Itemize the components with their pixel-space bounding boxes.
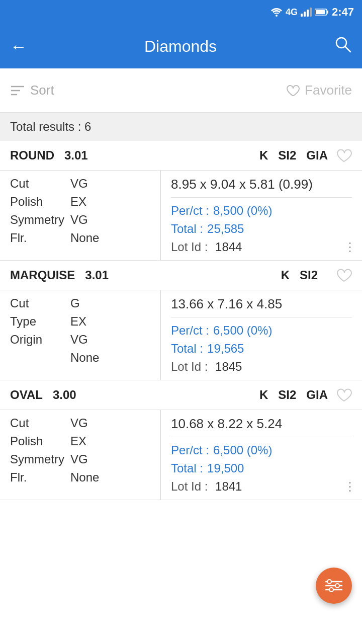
- card-shape-2: OVAL: [10, 388, 43, 402]
- total-value-2: 19,500: [207, 461, 244, 475]
- perct-value-1: 6,500 (0%): [213, 324, 272, 338]
- app-bar: ← Diamonds: [0, 24, 362, 68]
- card-color-2: K: [259, 388, 268, 402]
- card-cert-0: GIA: [306, 148, 328, 163]
- card-right-1: 13.66 x 7.16 x 4.85 Per/ct : 6,500 (0%) …: [161, 290, 362, 380]
- polish-label-2: Polish: [10, 434, 70, 448]
- card-header-2: OVAL 3.00 K SI2 GIA: [0, 380, 362, 410]
- type-value-1: EX: [70, 314, 86, 329]
- status-bar: 4G 2:47: [0, 0, 362, 24]
- heart-icon-1[interactable]: [336, 268, 352, 283]
- perct-label-0: Per/ct :: [171, 204, 209, 218]
- more-button-2[interactable]: ⋮: [344, 479, 356, 494]
- card-left-2: Cut VG Polish EX Symmetry VG Flr. None: [0, 410, 161, 500]
- card-right-2: 10.68 x 8.22 x 5.24 Per/ct : 6,500 (0%) …: [161, 410, 362, 500]
- total-label-2: Total :: [171, 461, 203, 475]
- signal-icon: [301, 8, 312, 17]
- card-clarity-2: SI2: [278, 388, 296, 402]
- heart-icon-0[interactable]: [336, 148, 352, 163]
- toolbar: Sort Favorite: [0, 68, 362, 113]
- cut-label-2: Cut: [10, 416, 70, 430]
- polish-value-2: EX: [70, 434, 86, 448]
- battery-icon: [315, 8, 329, 16]
- card-color-0: K: [259, 148, 268, 163]
- perct-value-2: 6,500 (0%): [213, 443, 272, 457]
- cut-value-2: VG: [70, 416, 88, 430]
- sort-label: Sort: [30, 83, 54, 98]
- total-row-2: Total : 19,500: [171, 461, 352, 475]
- cut-value-1: G: [70, 296, 80, 310]
- dims-2: 10.68 x 8.22 x 5.24: [171, 416, 352, 437]
- svg-line-9: [345, 46, 350, 52]
- card-shape-1: MARQUISE: [10, 268, 75, 282]
- back-button[interactable]: ←: [10, 37, 27, 56]
- perct-label-1: Per/ct :: [171, 324, 209, 338]
- total-label-0: Total :: [171, 222, 203, 236]
- polish-value-0: EX: [70, 195, 86, 209]
- favorite-button[interactable]: Favorite: [286, 83, 352, 98]
- svg-rect-2: [304, 12, 306, 17]
- diamond-card-2: OVAL 3.00 K SI2 GIA Cut VG Polish EX Sym…: [0, 380, 362, 500]
- card-body-1: Cut G Type EX Origin VG None 13.66 x 7.1…: [0, 290, 362, 380]
- polish-label-0: Polish: [10, 195, 70, 209]
- card-right-0: 8.95 x 9.04 x 5.81 (0.99) Per/ct : 8,500…: [161, 171, 362, 260]
- svg-rect-1: [301, 14, 303, 17]
- card-body-0: Cut VG Polish EX Symmetry VG Flr. None 8…: [0, 171, 362, 260]
- lot-value-1: 1845: [215, 360, 242, 373]
- perct-row-1: Per/ct : 6,500 (0%): [171, 324, 352, 338]
- lot-label-2: Lot Id :: [171, 479, 208, 493]
- type-label-1: Type: [10, 314, 70, 329]
- svg-rect-4: [310, 8, 312, 17]
- total-value-1: 19,565: [207, 342, 244, 356]
- heart-outline-icon: [286, 84, 300, 97]
- card-carat-0: 3.01: [64, 148, 88, 163]
- flr-label-0: Flr.: [10, 231, 70, 245]
- total-row-1: Total : 19,565: [171, 342, 352, 356]
- perct-row-0: Per/ct : 8,500 (0%): [171, 204, 352, 218]
- card-left-0: Cut VG Polish EX Symmetry VG Flr. None: [0, 171, 161, 260]
- lot-row-1: Lot Id : 1845: [171, 360, 352, 374]
- perct-value-0: 8,500 (0%): [213, 204, 272, 218]
- origin-label-1: Origin: [10, 333, 70, 347]
- card-header-1: MARQUISE 3.01 K SI2: [0, 261, 362, 290]
- card-color-1: K: [281, 268, 290, 282]
- more-button-0[interactable]: ⋮: [344, 240, 356, 254]
- card-carat-2: 3.00: [53, 388, 76, 402]
- lot-label-1: Lot Id :: [171, 360, 208, 373]
- symmetry-value-2: VG: [70, 452, 88, 466]
- lot-row-0: Lot Id : 1844: [171, 240, 352, 254]
- favorite-label: Favorite: [305, 83, 352, 98]
- total-results: Total results : 6: [0, 113, 362, 141]
- card-left-1: Cut G Type EX Origin VG None: [0, 290, 161, 380]
- card-cert-2: GIA: [306, 388, 328, 402]
- card-shape-0: ROUND: [10, 148, 54, 163]
- svg-point-0: [276, 15, 278, 17]
- card-header-0: ROUND 3.01 K SI2 GIA: [0, 141, 362, 171]
- network-type: 4G: [286, 7, 298, 18]
- card-clarity-0: SI2: [278, 148, 296, 163]
- card-body-2: Cut VG Polish EX Symmetry VG Flr. None 1…: [0, 410, 362, 500]
- diamond-card-0: ROUND 3.01 K SI2 GIA Cut VG Polish EX Sy…: [0, 141, 362, 261]
- total-value-0: 25,585: [207, 222, 244, 236]
- card-clarity-1: SI2: [300, 268, 318, 282]
- diamond-card-1: MARQUISE 3.01 K SI2 Cut G Type EX Origin: [0, 261, 362, 380]
- wifi-icon: [270, 8, 283, 17]
- total-row-0: Total : 25,585: [171, 222, 352, 236]
- search-button[interactable]: [334, 35, 352, 57]
- dims-1: 13.66 x 7.16 x 4.85: [171, 296, 352, 317]
- lot-label-0: Lot Id :: [171, 240, 208, 254]
- heart-icon-2[interactable]: [336, 387, 352, 403]
- svg-rect-7: [316, 10, 325, 14]
- lot-row-2: Lot Id : 1841: [171, 479, 352, 494]
- cut-label-1: Cut: [10, 296, 70, 310]
- cut-label-0: Cut: [10, 177, 70, 191]
- diamonds-list: ROUND 3.01 K SI2 GIA Cut VG Polish EX Sy…: [0, 141, 362, 500]
- sort-icon: [10, 84, 25, 97]
- total-label-1: Total :: [171, 342, 203, 356]
- origin-value-1: VG: [70, 333, 88, 347]
- symmetry-label-2: Symmetry: [10, 452, 70, 466]
- sort-button[interactable]: Sort: [10, 83, 54, 98]
- flr-value-0: None: [70, 231, 99, 245]
- svg-rect-6: [327, 11, 328, 14]
- status-icons: 4G 2:47: [270, 6, 354, 19]
